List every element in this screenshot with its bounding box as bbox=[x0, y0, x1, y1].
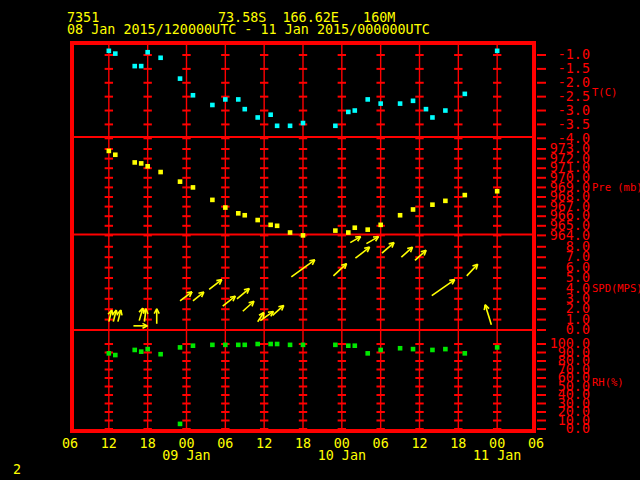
temp-point bbox=[158, 55, 163, 60]
rh-point bbox=[346, 343, 351, 348]
pres-point bbox=[495, 189, 500, 194]
temp-ytick-label: -1.0 bbox=[558, 47, 590, 62]
rh-point bbox=[275, 342, 280, 347]
temp-point bbox=[236, 97, 241, 102]
temp-point bbox=[411, 99, 416, 104]
rh-point bbox=[139, 349, 144, 354]
temp-point bbox=[178, 76, 183, 81]
temp-point bbox=[365, 97, 370, 102]
x-date-label: 09 Jan bbox=[162, 448, 210, 463]
temp-ytick-label: -3.0 bbox=[558, 103, 590, 118]
temp-point bbox=[301, 121, 306, 126]
pres-point bbox=[378, 223, 383, 228]
rh-point bbox=[352, 343, 357, 348]
x-hour-label: 12 bbox=[101, 436, 117, 451]
pres-point bbox=[443, 199, 448, 204]
temp-point bbox=[223, 97, 228, 102]
pres-point bbox=[255, 218, 260, 223]
pres-point bbox=[398, 213, 403, 218]
x-hour-label: 06 bbox=[528, 436, 544, 451]
rh-point bbox=[378, 348, 383, 353]
rh-point bbox=[132, 348, 137, 353]
pres-point bbox=[132, 160, 137, 165]
temp-point bbox=[333, 124, 338, 129]
rh-ytick-label: 0.0 bbox=[566, 421, 590, 436]
temp-point bbox=[191, 93, 196, 98]
rh-point bbox=[223, 343, 228, 348]
temp-point bbox=[430, 115, 435, 120]
temp-point bbox=[346, 110, 351, 115]
x-hour-label: 18 bbox=[450, 436, 466, 451]
wind-arrow-head bbox=[121, 310, 122, 315]
temp-ytick-label: -1.5 bbox=[558, 61, 590, 76]
temp-point bbox=[242, 107, 247, 112]
rh-point bbox=[242, 343, 247, 348]
pres-point bbox=[288, 230, 293, 235]
temp-point bbox=[132, 64, 137, 69]
rh-point bbox=[255, 342, 260, 347]
temp-point bbox=[424, 107, 429, 112]
rh-point bbox=[333, 343, 338, 348]
pres-point bbox=[352, 225, 357, 230]
rh-point bbox=[236, 343, 241, 348]
rh-point bbox=[411, 347, 416, 352]
pres-point bbox=[145, 164, 150, 169]
pres-point bbox=[430, 202, 435, 207]
x-date-label: 11 Jan bbox=[473, 448, 521, 463]
x-hour-label: 12 bbox=[411, 436, 427, 451]
x-date-label: 10 Jan bbox=[318, 448, 366, 463]
rh-point bbox=[398, 346, 403, 351]
wind-arrow-head bbox=[116, 310, 117, 315]
wind-arrow-shaft bbox=[355, 247, 369, 258]
meteogram-plot: -1.0-1.5-2.0-2.5-3.0-3.5-4.0T(C)973.0972… bbox=[0, 0, 640, 480]
pres-point bbox=[178, 179, 183, 184]
temp-point bbox=[145, 50, 150, 55]
rh-point bbox=[365, 351, 370, 356]
pres-point bbox=[107, 149, 112, 154]
pres-point bbox=[242, 213, 247, 218]
wind-arrow-head bbox=[112, 310, 113, 315]
wind-arrow-shaft bbox=[333, 264, 346, 276]
pres-axis-name: Pre (mb) bbox=[592, 181, 640, 193]
rh-point bbox=[178, 422, 183, 427]
rh-point bbox=[301, 343, 306, 348]
x-hour-label: 18 bbox=[295, 436, 311, 451]
wind-arrow-shaft bbox=[432, 280, 455, 296]
pres-point bbox=[113, 152, 118, 157]
temp-point bbox=[268, 112, 273, 117]
pres-point bbox=[333, 228, 338, 233]
temp-point bbox=[288, 124, 293, 129]
spd-ytick-label: 0.0 bbox=[566, 322, 590, 337]
pres-point bbox=[158, 170, 163, 175]
temp-point bbox=[210, 103, 215, 108]
temp-ytick-label: -2.5 bbox=[558, 89, 590, 104]
rh-point bbox=[268, 342, 273, 347]
temp-ytick-label: -2.0 bbox=[558, 75, 590, 90]
x-hour-label: 06 bbox=[373, 436, 389, 451]
pres-point bbox=[210, 198, 215, 203]
x-hour-label: 06 bbox=[217, 436, 233, 451]
wind-arrow-shaft bbox=[467, 264, 478, 276]
pres-point bbox=[223, 205, 228, 210]
temp-point bbox=[463, 92, 468, 97]
pres-point bbox=[191, 185, 196, 190]
x-hour-label: 12 bbox=[256, 436, 272, 451]
pres-point bbox=[365, 227, 370, 232]
temp-point bbox=[255, 115, 260, 120]
x-hour-label: 18 bbox=[140, 436, 156, 451]
temp-point bbox=[139, 64, 144, 69]
meteogram-screen: 7351 73.58S 166.62E 160M 08 Jan 2015/120… bbox=[0, 0, 640, 480]
rh-point bbox=[210, 343, 215, 348]
temp-axis-name: T(C) bbox=[592, 86, 617, 98]
temp-ytick-label: -3.5 bbox=[558, 117, 590, 132]
pres-point bbox=[411, 207, 416, 212]
temp-point bbox=[398, 101, 403, 106]
temp-point bbox=[495, 49, 500, 54]
temp-point bbox=[352, 108, 357, 113]
temp-point bbox=[443, 108, 448, 113]
pres-point bbox=[463, 193, 468, 198]
rh-point bbox=[495, 345, 500, 350]
pres-point bbox=[346, 230, 351, 235]
rh-axis-name: RH(%) bbox=[592, 376, 624, 388]
rh-point bbox=[158, 352, 163, 357]
